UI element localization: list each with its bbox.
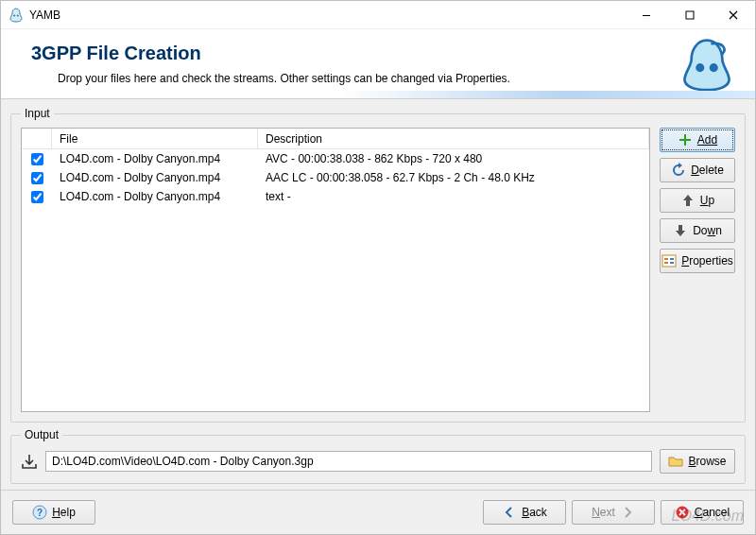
output-legend: Output <box>21 428 62 441</box>
svg-text:?: ? <box>37 508 43 518</box>
svg-rect-2 <box>643 15 650 16</box>
window-title: YAMB <box>29 9 625 22</box>
row-file: LO4D.com - Dolby Canyon.mp4 <box>52 150 258 167</box>
app-window: YAMB 3GPP File Creation Drop your files … <box>0 0 756 535</box>
next-button[interactable]: Next <box>572 500 655 525</box>
app-icon <box>9 8 24 23</box>
up-button[interactable]: Up <box>660 188 735 213</box>
add-button[interactable]: Add <box>660 128 735 152</box>
header-divider <box>1 91 755 98</box>
row-file: LO4D.com - Dolby Canyon.mp4 <box>52 169 258 186</box>
browse-button[interactable]: Browse <box>660 449 735 474</box>
svg-rect-11 <box>670 258 674 260</box>
col-checkbox[interactable] <box>22 129 52 148</box>
row-description: text - <box>258 188 649 205</box>
svg-rect-3 <box>686 11 694 19</box>
svg-point-0 <box>13 14 15 16</box>
row-checkbox-cell <box>22 170 52 186</box>
help-button[interactable]: ? Help <box>12 500 95 525</box>
svg-rect-10 <box>664 262 668 264</box>
save-icon <box>21 453 38 470</box>
input-legend: Input <box>21 107 54 120</box>
table-row[interactable]: LO4D.com - Dolby Canyon.mp4AVC - 00:00:3… <box>22 149 649 168</box>
input-group: Input File Description LO4D.com - Dolby … <box>10 107 746 423</box>
svg-rect-9 <box>664 258 668 260</box>
close-button[interactable] <box>712 1 755 29</box>
row-checkbox[interactable] <box>31 153 43 165</box>
cancel-icon <box>675 505 690 520</box>
properties-button[interactable]: Properties <box>660 249 735 273</box>
col-file[interactable]: File <box>52 129 258 148</box>
output-group: Output Browse <box>10 428 746 484</box>
row-checkbox-cell <box>22 151 52 167</box>
content-area: Input File Description LO4D.com - Dolby … <box>1 99 755 490</box>
svg-point-4 <box>696 63 704 72</box>
maximize-button[interactable] <box>668 1 712 29</box>
delete-button[interactable]: Delete <box>660 158 735 182</box>
row-checkbox[interactable] <box>31 191 43 203</box>
titlebar: YAMB <box>1 1 755 29</box>
minimize-button[interactable] <box>625 1 668 29</box>
svg-rect-12 <box>670 262 674 264</box>
back-button[interactable]: Back <box>483 500 566 525</box>
list-header: File Description <box>22 129 649 149</box>
page-header: 3GPP File Creation Drop your files here … <box>1 29 755 99</box>
properties-icon <box>662 253 677 268</box>
down-button[interactable]: Down <box>660 218 735 243</box>
svg-rect-8 <box>662 255 676 267</box>
page-title: 3GPP File Creation <box>31 43 732 64</box>
footer-bar: ? Help Back Next Cancel <box>1 490 755 534</box>
foot-logo-icon <box>679 37 734 92</box>
row-checkbox-cell <box>22 189 52 205</box>
arrow-right-icon <box>620 505 635 520</box>
arrow-left-icon <box>502 505 517 520</box>
file-listview[interactable]: File Description LO4D.com - Dolby Canyon… <box>21 128 650 412</box>
close-icon <box>729 10 738 20</box>
table-row[interactable]: LO4D.com - Dolby Canyon.mp4AAC LC - 00:0… <box>22 168 649 187</box>
cancel-button[interactable]: Cancel <box>661 500 744 525</box>
arrow-down-icon <box>673 223 688 238</box>
row-file: LO4D.com - Dolby Canyon.mp4 <box>52 188 258 205</box>
minimize-icon <box>642 10 651 20</box>
refresh-icon <box>671 163 686 178</box>
table-row[interactable]: LO4D.com - Dolby Canyon.mp4text - <box>22 187 649 206</box>
arrow-up-icon <box>680 193 696 208</box>
col-description[interactable]: Description <box>258 129 649 148</box>
side-button-column: Add Delete Up Down <box>660 128 735 412</box>
svg-point-1 <box>17 14 19 16</box>
help-icon: ? <box>32 505 47 520</box>
list-rows: LO4D.com - Dolby Canyon.mp4AVC - 00:00:3… <box>22 149 649 411</box>
output-path-input[interactable] <box>45 451 652 472</box>
svg-rect-7 <box>679 139 691 141</box>
maximize-icon <box>685 10 695 20</box>
row-description: AAC LC - 00:00:38.058 - 62.7 Kbps - 2 Ch… <box>258 169 649 186</box>
page-subtitle: Drop your files here and check the strea… <box>58 72 732 85</box>
plus-icon <box>678 132 693 147</box>
svg-point-5 <box>710 63 718 72</box>
row-checkbox[interactable] <box>31 172 43 184</box>
folder-icon <box>668 454 683 469</box>
row-description: AVC - 00:00:38.038 - 862 Kbps - 720 x 48… <box>258 150 649 167</box>
